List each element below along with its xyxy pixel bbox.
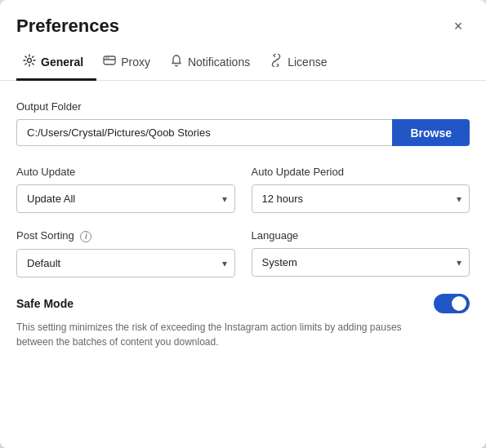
language-select[interactable]: System English German French (252, 248, 470, 277)
post-sorting-section: Post Sorting i Default Date Likes ▾ (16, 229, 235, 277)
safe-mode-description: This setting minimizes the risk of excee… (16, 320, 408, 349)
auto-update-period-section: Auto Update Period 1 hour 2 hours 6 hour… (252, 166, 470, 213)
general-icon (23, 54, 36, 70)
tab-proxy[interactable]: Proxy (96, 46, 163, 81)
language-section: Language System English German French ▾ (252, 229, 470, 277)
tabs-bar: General Proxy Notifications (0, 46, 486, 81)
auto-update-period-select[interactable]: 1 hour 2 hours 6 hours 12 hours 24 hours (252, 184, 470, 213)
dialog-header: Preferences × (0, 0, 486, 46)
proxy-icon (103, 54, 116, 70)
tab-notifications[interactable]: Notifications (163, 46, 263, 81)
auto-update-period-label: Auto Update Period (252, 166, 470, 178)
tab-license-label: License (288, 55, 327, 69)
browse-button[interactable]: Browse (392, 119, 470, 146)
output-folder-input[interactable] (16, 119, 392, 146)
tab-general-label: General (41, 55, 83, 69)
toggle-slider (434, 294, 470, 313)
post-sorting-row: Post Sorting i Default Date Likes ▾ Lang… (16, 229, 470, 277)
svg-line-5 (275, 60, 278, 62)
svg-point-3 (105, 57, 107, 59)
license-icon (270, 54, 283, 70)
post-sorting-select[interactable]: Default Date Likes (16, 249, 235, 277)
output-folder-section: Output Folder Browse (16, 100, 470, 146)
general-tab-content: Output Folder Browse Auto Update Update … (0, 81, 486, 366)
close-button[interactable]: × (447, 15, 470, 38)
safe-mode-row: Safe Mode (16, 294, 470, 313)
auto-update-select[interactable]: Update All Update Selected Disabled (16, 184, 235, 213)
tab-notifications-label: Notifications (188, 55, 250, 69)
auto-update-row: Auto Update Update All Update Selected D… (16, 166, 470, 213)
notifications-icon (170, 54, 183, 70)
language-wrapper: System English German French ▾ (252, 248, 470, 277)
post-sorting-info-icon[interactable]: i (80, 231, 91, 242)
auto-update-label: Auto Update (16, 166, 235, 178)
post-sorting-wrapper: Default Date Likes ▾ (16, 249, 235, 277)
svg-rect-1 (104, 56, 115, 64)
post-sorting-label: Post Sorting i (16, 229, 235, 242)
auto-update-section: Auto Update Update All Update Selected D… (16, 166, 235, 213)
tab-general[interactable]: General (16, 46, 96, 81)
auto-update-period-wrapper: 1 hour 2 hours 6 hours 12 hours 24 hours… (252, 184, 470, 213)
preferences-dialog: Preferences × General Proxy (0, 0, 486, 448)
language-label: Language (252, 229, 470, 242)
safe-mode-toggle[interactable] (434, 294, 470, 313)
auto-update-wrapper: Update All Update Selected Disabled ▾ (16, 184, 235, 213)
output-folder-label: Output Folder (16, 100, 470, 113)
tab-proxy-label: Proxy (121, 55, 150, 69)
output-folder-row: Browse (16, 119, 470, 146)
safe-mode-label: Safe Mode (16, 297, 74, 310)
svg-point-0 (28, 59, 32, 63)
svg-point-4 (108, 57, 109, 59)
dialog-title: Preferences (16, 16, 119, 37)
tab-license[interactable]: License (263, 46, 340, 81)
